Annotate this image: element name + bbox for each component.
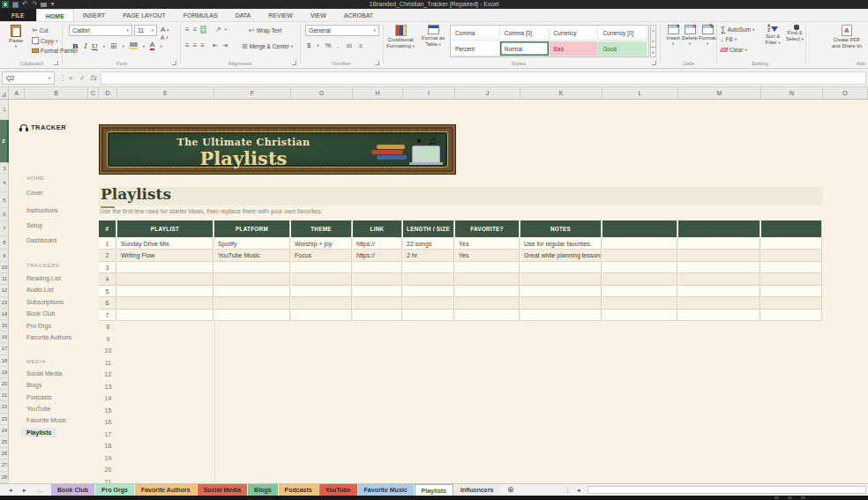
tab-overflow-icon[interactable]: … <box>37 484 43 496</box>
sidebar-item-instructions[interactable]: Instructions <box>26 207 58 213</box>
font-size-combo[interactable]: 11▾ <box>134 25 157 36</box>
table-cell[interactable] <box>602 238 677 250</box>
sheet-tab-playlists[interactable]: Playlists <box>415 484 453 496</box>
table-cell[interactable] <box>455 262 520 274</box>
qat-dropdown-icon[interactable]: ▾ <box>50 1 54 8</box>
sidebar-item-audio-list[interactable]: Audio List <box>26 287 54 293</box>
horizontal-scrollbar[interactable] <box>587 486 866 494</box>
increase-indent-button[interactable]: ⇥ <box>222 41 228 49</box>
clipboard-dialog-launcher[interactable] <box>54 61 58 65</box>
table-cell[interactable]: https:// <box>353 250 402 262</box>
table-cell[interactable]: YouTube Music <box>214 250 290 262</box>
table-cell[interactable] <box>678 273 760 286</box>
name-box[interactable]: Q2▾ <box>2 71 55 85</box>
table-cell[interactable] <box>678 310 760 322</box>
column-header-H[interactable]: H <box>353 87 403 99</box>
styles-gallery-scrollbar[interactable]: ▴▾▾ <box>650 25 656 57</box>
cell-style-comma[interactable]: Comma <box>451 26 500 41</box>
sidebar-item-book-club[interactable]: Book Club <box>26 310 55 317</box>
insert-function-icon[interactable]: fx <box>90 71 96 85</box>
table-cell[interactable] <box>117 297 213 310</box>
shrink-font-button[interactable]: A▾ <box>161 34 168 41</box>
table-row-number-20[interactable]: 20 <box>99 464 117 476</box>
table-row-number-15[interactable]: 15 <box>99 405 117 417</box>
ribbon-tab-home[interactable]: HOME <box>36 9 74 21</box>
table-cell[interactable] <box>403 262 454 274</box>
table-row-number-16[interactable]: 16 <box>99 416 117 429</box>
view-normal-icon[interactable] <box>774 496 779 499</box>
align-left-button[interactable]: ≡ <box>185 41 190 49</box>
bold-button[interactable]: B <box>72 41 79 50</box>
autosum-button[interactable]: ∑AutoSum▾ <box>721 26 754 34</box>
sidebar-item-setup[interactable]: Setup <box>26 222 42 228</box>
align-right-button[interactable]: ≡ <box>200 41 205 49</box>
sidebar-item-social-media[interactable]: Social Media <box>26 370 62 377</box>
table-cell[interactable] <box>520 286 602 298</box>
ribbon-tab-page-layout[interactable]: PAGE LAYOUT <box>114 9 174 21</box>
fill-button[interactable]: ↓Fill▾ <box>721 36 737 42</box>
column-header-D[interactable]: D <box>99 87 117 99</box>
ribbon-tab-insert[interactable]: INSERT <box>74 9 115 21</box>
gallery-up-icon[interactable]: ▴ <box>651 26 655 36</box>
sheet-tab-influencers[interactable]: Influencers <box>454 484 499 496</box>
sheet-tab-favorite-authors[interactable]: Favorite Authors <box>135 484 197 496</box>
table-cell[interactable]: Use for regular favorites. <box>520 238 602 250</box>
sheet-tab-pro-orgs[interactable]: Pro Orgs <box>95 484 134 496</box>
ribbon-tab-acrobat[interactable]: ACROBAT <box>335 9 382 21</box>
redo-icon[interactable]: ↷ <box>32 1 38 8</box>
table-cell-num[interactable]: 2 <box>99 250 116 262</box>
table-cell[interactable]: 2 hr <box>403 250 454 262</box>
table-cell[interactable] <box>455 286 520 298</box>
sort-filter-button[interactable]: AZ Sort & Filter ▾ <box>762 25 783 47</box>
sidebar-item-favorite-music[interactable]: Favorite Music <box>26 417 67 423</box>
table-row-number-19[interactable]: 19 <box>99 452 117 465</box>
sidebar-item-cover[interactable]: Cover <box>26 190 43 196</box>
underline-button[interactable]: U <box>92 42 98 50</box>
sheet-tab-social-media[interactable]: Social Media <box>198 484 247 496</box>
comma-style-button[interactable]: , <box>337 41 339 49</box>
orientation-button[interactable]: ↗ <box>215 26 221 34</box>
format-cells-button[interactable]: ✎ Format ▾ <box>698 25 717 48</box>
table-cell[interactable] <box>761 297 822 310</box>
column-header-I[interactable]: I <box>403 87 455 99</box>
enter-icon[interactable]: ✓ <box>79 71 86 85</box>
sheet-tab-podcasts[interactable]: Podcasts <box>279 484 318 496</box>
table-cell[interactable] <box>291 310 352 322</box>
undo-icon[interactable]: ↶ <box>22 1 28 8</box>
table-cell[interactable] <box>214 286 290 298</box>
ribbon-tab-file[interactable]: FILE <box>0 9 36 21</box>
column-header-O[interactable]: O <box>823 87 868 99</box>
align-center-button[interactable]: ≡ <box>193 41 198 49</box>
table-cell[interactable] <box>678 238 760 250</box>
table-cell[interactable] <box>214 297 290 310</box>
table-cell[interactable]: Writing Flow <box>117 250 213 262</box>
table-cell[interactable] <box>520 273 602 286</box>
cut-button[interactable]: ✂Cut <box>32 26 49 34</box>
table-cell[interactable] <box>291 273 352 286</box>
table-cell-num[interactable]: 1 <box>99 238 116 250</box>
table-cell[interactable] <box>602 297 677 310</box>
table-cell[interactable] <box>761 250 822 262</box>
find-select-button[interactable]: Find & Select ▾ <box>784 25 805 43</box>
table-cell[interactable] <box>678 262 760 274</box>
table-cell[interactable] <box>291 297 352 310</box>
table-cell[interactable] <box>291 262 352 274</box>
styles-dialog-launcher[interactable] <box>652 61 656 65</box>
table-cell[interactable] <box>520 310 602 322</box>
column-header-G[interactable]: G <box>291 87 353 99</box>
sheet-tab-book-club[interactable]: Book Club <box>51 484 94 496</box>
grow-font-button[interactable]: A▴ <box>161 26 169 34</box>
table-cell[interactable] <box>678 286 760 298</box>
cell-style-normal[interactable]: Normal <box>500 41 550 56</box>
clear-button[interactable]: Clear▾ <box>721 47 747 53</box>
next-sheet-icon[interactable]: ▸ <box>23 484 26 496</box>
sheet-tab-favorite-music[interactable]: Favorite Music <box>358 484 414 496</box>
wrap-text-button[interactable]: ↩Wrap Text <box>249 26 281 34</box>
table-row-number-13[interactable]: 13 <box>99 381 117 393</box>
select-all-corner[interactable] <box>0 87 9 99</box>
gallery-more-icon[interactable]: ▾ <box>651 47 655 58</box>
italic-button[interactable]: I <box>84 42 86 50</box>
decrease-indent-button[interactable]: ⇤ <box>213 41 219 49</box>
qat-tool-icon[interactable] <box>41 3 47 7</box>
table-cell[interactable] <box>117 262 213 274</box>
